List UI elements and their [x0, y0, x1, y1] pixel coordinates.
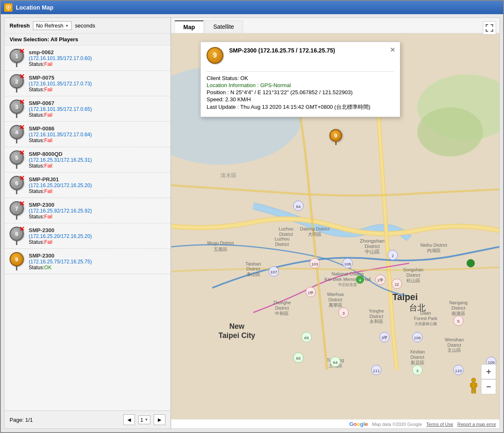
map-footer: Google Map data ©2020 Google Terms of Us…	[171, 419, 499, 428]
player-name: SMP-0075	[29, 75, 92, 81]
svg-text:Neihu District: Neihu District	[420, 243, 447, 248]
player-name: SMP-0067	[29, 100, 92, 106]
player-name: SMP-0086	[29, 125, 92, 132]
pin-circle: 7✕	[10, 201, 24, 215]
app-icon	[4, 3, 12, 12]
player-item[interactable]: 7✕SMP-2300(172.16.25.92/172.16.25.92)Sta…	[5, 198, 170, 223]
player-ip: (172.16.101.35/172.17.0.73)	[29, 81, 92, 87]
player-item[interactable]: 1✕smp-0062(172.16.101.35/172.17.0.60)Sta…	[5, 45, 170, 71]
svg-text:Taipei: Taipei	[392, 292, 418, 302]
player-ip: (172.16.25.75/172.16.25.75)	[29, 259, 92, 265]
dropdown-arrow-icon: ▼	[65, 24, 69, 28]
zoom-out-button[interactable]: −	[481, 379, 496, 394]
report-error-link[interactable]: Report a map error	[457, 422, 496, 427]
svg-text:2: 2	[392, 254, 394, 258]
player-status: Status:Fail	[29, 61, 92, 67]
prev-page-button[interactable]: ◀	[123, 414, 135, 425]
svg-text:Luzhou: Luzhou	[274, 236, 289, 241]
pin-circle: 2✕	[10, 74, 24, 88]
popup-close-button[interactable]: ✕	[388, 45, 397, 54]
tab-map[interactable]: Map	[175, 20, 204, 33]
status-badge: Fail	[44, 188, 52, 194]
map-container[interactable]: Wugu District 五股區 Taishan District 泰山區 L…	[171, 33, 499, 419]
player-item[interactable]: 4✕SMP-0086(172.16.101.35/172.17.0.84)Sta…	[5, 122, 170, 147]
svg-text:110: 110	[455, 368, 462, 373]
status-badge: Fail	[44, 112, 52, 118]
player-info: SMP-8000QD(172.16.25.31/172.16.25.31)Sta…	[29, 151, 92, 169]
popup-position: Position : N 25°4'4" / E 121°31'22" (25.…	[207, 89, 394, 95]
pin-fail-mark: ✕	[19, 48, 25, 55]
player-ip: (172.16.25.20/172.16.25.20)	[29, 233, 92, 239]
player-pin-icon: 3✕	[9, 100, 25, 118]
popup-pin-icon: 9	[207, 47, 225, 68]
content-area: Refresh No Refresh ▼ seconds View Select…	[1, 14, 503, 432]
player-item[interactable]: 6✕SMP-PRJ01(172.16.25.20/172.16.25.20)St…	[5, 173, 170, 198]
svg-text:南港區: 南港區	[452, 311, 465, 316]
player-info: SMP-0067(172.16.101.35/172.17.0.65)Statu…	[29, 100, 92, 118]
pin-stem	[16, 215, 17, 220]
svg-text:District: District	[246, 266, 260, 271]
svg-text:Datong District: Datong District	[300, 226, 329, 231]
street-view-person-icon[interactable]	[469, 378, 479, 394]
player-item[interactable]: 9SMP-2300(172.16.25.75/172.16.25.75)Stat…	[5, 249, 170, 274]
svg-text:Luzhou: Luzhou	[279, 226, 294, 231]
player-item[interactable]: 8✕SMP-2300(172.16.25.20/172.16.25.20)Sta…	[5, 223, 170, 249]
svg-text:District: District	[279, 232, 293, 237]
player-item[interactable]: 5✕SMP-8000QD(172.16.25.31/172.16.25.31)S…	[5, 147, 170, 173]
player-name: SMP-2300	[29, 253, 92, 259]
svg-text:萬華區: 萬華區	[329, 303, 342, 308]
svg-text:5: 5	[457, 319, 460, 323]
page-dropdown-arrow-icon: ▼	[145, 418, 148, 422]
svg-text:3甲: 3甲	[381, 335, 387, 340]
map-attribution: Map data ©2020 Google	[372, 422, 422, 427]
pin-circle: 3✕	[10, 100, 24, 114]
status-badge: Fail	[44, 214, 52, 220]
window-title: Location Map	[16, 4, 53, 11]
svg-text:District: District	[275, 305, 289, 310]
svg-text:中山區: 中山區	[365, 249, 380, 255]
svg-text:1甲: 1甲	[308, 291, 314, 295]
pin-stem	[16, 139, 17, 143]
player-item[interactable]: 2✕SMP-0075(172.16.101.35/172.17.0.73)Sta…	[5, 71, 170, 96]
tab-satellite[interactable]: Satellite	[205, 20, 243, 33]
svg-text:District: District	[328, 297, 342, 302]
zoom-in-button[interactable]: +	[481, 364, 496, 379]
next-page-button[interactable]: ▶	[154, 414, 165, 425]
status-badge: OK	[44, 265, 51, 270]
svg-text:64: 64	[333, 360, 338, 365]
player-item[interactable]: 3✕SMP-0067(172.16.101.35/172.17.0.65)Sta…	[5, 96, 170, 122]
map-pin-9[interactable]: 9	[329, 129, 342, 145]
svg-text:大同區: 大同區	[308, 232, 322, 237]
map-controls: + −	[481, 364, 496, 394]
svg-text:District: District	[275, 242, 289, 247]
svg-text:文山區: 文山區	[447, 348, 461, 353]
player-ip: (172.16.101.35/172.17.0.84)	[29, 132, 92, 138]
player-info: SMP-0086(172.16.101.35/172.17.0.84)Statu…	[29, 125, 92, 143]
svg-rect-103	[474, 388, 476, 393]
popup-client-status: Client Status: OK	[207, 75, 394, 81]
svg-text:中和區: 中和區	[275, 311, 289, 316]
pin-circle: 5✕	[10, 150, 24, 165]
refresh-bar: Refresh No Refresh ▼ seconds	[5, 18, 170, 34]
svg-text:District: District	[447, 343, 461, 348]
svg-text:Wugu District: Wugu District	[207, 240, 234, 245]
player-info: SMP-2300(172.16.25.75/172.16.25.75)Statu…	[29, 253, 92, 270]
popup-last-update: Last Update : Thu Aug 13 2020 14:15:42 G…	[207, 103, 394, 111]
svg-text:107: 107	[270, 270, 277, 274]
svg-text:District: District	[369, 314, 383, 319]
svg-text:Xindian: Xindian	[410, 349, 425, 354]
svg-text:Taipei City: Taipei City	[218, 331, 255, 340]
player-list: 1✕smp-0062(172.16.101.35/172.17.0.60)Sta…	[5, 45, 170, 410]
player-pin-icon: 6✕	[9, 176, 25, 194]
player-pin-icon: 2✕	[9, 74, 25, 93]
svg-text:Yonghe: Yonghe	[369, 308, 384, 313]
player-ip: (172.16.25.20/172.16.25.20)	[29, 183, 92, 188]
refresh-dropdown[interactable]: No Refresh ▼	[33, 21, 72, 30]
player-info: smp-0062(172.16.101.35/172.17.0.60)Statu…	[29, 49, 92, 67]
page-number-select[interactable]: 1 ▼	[138, 415, 150, 424]
player-status: Status:Fail	[29, 163, 92, 169]
player-ip: (172.16.101.35/172.17.0.65)	[29, 106, 92, 112]
terms-link[interactable]: Terms of Use	[426, 422, 453, 427]
status-badge: Fail	[44, 138, 52, 143]
fullscreen-button[interactable]	[483, 21, 496, 35]
